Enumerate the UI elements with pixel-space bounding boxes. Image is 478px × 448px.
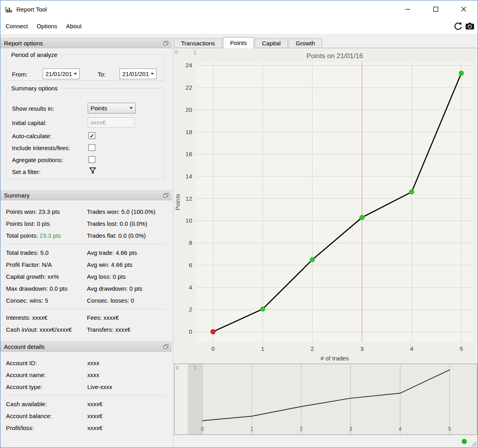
account-id-label: Account ID:	[6, 360, 87, 366]
menu-connect[interactable]: Connect	[1, 23, 32, 29]
initial-capital-label: Initial capital:	[12, 119, 47, 126]
tab-capital[interactable]: Capital	[255, 38, 288, 48]
max-drawdown: Max drawdown: 0.0 pts	[6, 285, 87, 292]
summary-row: Cash in/out: xxxx€/xxxx€ Transfers: xxxx…	[6, 323, 166, 335]
total-points-label: Total points:	[6, 232, 38, 239]
svg-text:0: 0	[176, 365, 179, 371]
tab-transactions[interactable]: Transactions	[174, 38, 222, 48]
window-title: Report Tool	[16, 6, 47, 13]
show-results-select[interactable]: Points	[88, 103, 136, 113]
svg-text:4: 4	[399, 426, 402, 432]
filter-icon[interactable]	[89, 167, 96, 174]
cash-available-value: xxxx€	[87, 401, 166, 407]
points-chart[interactable]: 012345024681012141618202224Points on 21/…	[173, 48, 478, 363]
summary-row: Capital growth: xx% Avg loss: 0 pts	[6, 270, 166, 282]
account-balance-label: Account balance:	[6, 413, 87, 419]
svg-text:5: 5	[460, 345, 463, 352]
summary-row: Total trades: 5.0 Avg trade: 4.66 pts	[6, 246, 166, 258]
menu-about[interactable]: About	[62, 23, 86, 29]
svg-text:22: 22	[185, 84, 192, 91]
svg-text:18: 18	[185, 129, 192, 135]
from-date-value: 21/01/201	[45, 70, 72, 77]
refresh-icon[interactable]	[453, 22, 462, 31]
summary-options-groupbox-title: Summary options	[10, 85, 59, 92]
float-panel-icon[interactable]	[163, 193, 168, 198]
profit-factor: Profit Factor: N/A	[6, 261, 87, 268]
chevron-down-icon	[151, 73, 154, 75]
maximize-button[interactable]	[422, 0, 450, 18]
menubar-icons	[453, 18, 474, 34]
aggregate-positions-label: Agregate positions:	[12, 157, 63, 163]
svg-text:0: 0	[211, 345, 214, 352]
auto-calculate-label: Auto-calculate:	[12, 133, 51, 139]
from-date-select[interactable]: 21/01/201	[43, 68, 80, 79]
report-options-header: Report options	[0, 38, 172, 48]
svg-text:20: 20	[185, 106, 192, 113]
summary-row: Points won: 23.3 pts Trades won: 5.0 (10…	[6, 205, 166, 217]
account-type-label: Account type:	[6, 383, 87, 390]
avg-drawdown: Avg drawdown: 0 pts	[87, 285, 166, 292]
summary-row: Max drawdown: 0.0 pts Avg drawdown: 0 pt…	[6, 282, 166, 294]
fees: Fees: xxxx€	[87, 314, 166, 321]
connection-status-indicator	[462, 439, 467, 444]
chart-navigator[interactable]: 01234501	[174, 364, 477, 435]
svg-text:0: 0	[201, 426, 204, 432]
svg-text:0: 0	[189, 328, 192, 335]
menu-options[interactable]: Options	[32, 23, 62, 29]
profit-loss-value: xxxx€	[87, 425, 166, 431]
trades-won: Trades won: 5.0 (100.0%)	[87, 208, 166, 215]
account-row: Cash available: xxxx€	[6, 398, 166, 410]
aggregate-positions-checkbox[interactable]	[89, 156, 95, 163]
summary-row: Interests: xxxx€ Fees: xxxx€	[6, 311, 166, 323]
show-results-label: Show results in:	[12, 105, 54, 112]
chevron-down-icon	[130, 107, 133, 109]
svg-text:8: 8	[189, 239, 192, 246]
close-button[interactable]	[450, 0, 478, 18]
auto-calculate-checkbox[interactable]: ✓	[89, 132, 95, 139]
include-fees-checkbox[interactable]	[89, 144, 95, 151]
svg-text:1: 1	[261, 345, 264, 352]
account-type-value: Live-xxxx	[87, 383, 166, 390]
account-body: Account ID: xxxx Account name: xxxx Acco…	[6, 357, 166, 434]
account-id-value: xxxx	[87, 360, 166, 366]
svg-text:10: 10	[185, 217, 192, 224]
points-lost: Points lost: 0 pts	[6, 220, 87, 227]
svg-text:2: 2	[189, 306, 192, 313]
show-results-value: Points	[90, 105, 107, 112]
avg-trade: Avg trade: 4.66 pts	[87, 249, 166, 256]
initial-capital-input[interactable]: xxxx€	[88, 117, 135, 127]
svg-text:1: 1	[193, 49, 196, 55]
account-row: Account name: xxxx	[6, 369, 166, 381]
capital-growth: Capital growth: xx%	[6, 273, 87, 280]
account-details-header-label: Account details	[4, 343, 45, 350]
points-won: Points won: 23.3 pts	[6, 208, 87, 215]
account-row: Account ID: xxxx	[6, 357, 166, 369]
resize-grip[interactable]	[471, 441, 477, 447]
svg-text:16: 16	[185, 151, 192, 157]
svg-text:# of trades: # of trades	[321, 355, 349, 362]
from-label: From:	[12, 71, 28, 78]
period-groupbox-title: Period of analyze	[10, 51, 59, 58]
tab-growth[interactable]: Growth	[289, 38, 322, 48]
svg-text:3: 3	[349, 426, 352, 432]
consec-wins: Consec. wins: 5	[6, 297, 87, 304]
svg-text:1: 1	[250, 426, 254, 432]
float-panel-icon[interactable]	[163, 41, 168, 45]
trades-flat: Trades flat: 0.0 (0.0%)	[87, 232, 166, 239]
svg-text:12: 12	[185, 195, 192, 202]
svg-text:14: 14	[185, 173, 192, 180]
navigator-chart[interactable]: 01234501	[175, 364, 477, 434]
summary-row: Total points: 23.3 pts Trades flat: 0.0 …	[6, 229, 166, 241]
account-row: Profit/loss: xxxx€	[6, 422, 166, 434]
svg-text:6: 6	[189, 262, 192, 268]
divider	[6, 244, 166, 244]
minimize-button[interactable]	[394, 0, 422, 18]
svg-text:5: 5	[448, 426, 451, 432]
tab-points[interactable]: Points	[223, 37, 254, 48]
svg-text:2: 2	[311, 345, 314, 352]
consec-losses: Consec. losses: 0	[87, 297, 166, 304]
to-date-select[interactable]: 21/01/201	[120, 68, 157, 79]
summary-row: Points lost: 0 pts Trades lost: 0.0 (0.0…	[6, 217, 166, 229]
float-panel-icon[interactable]	[163, 344, 168, 349]
camera-icon[interactable]	[465, 22, 474, 30]
